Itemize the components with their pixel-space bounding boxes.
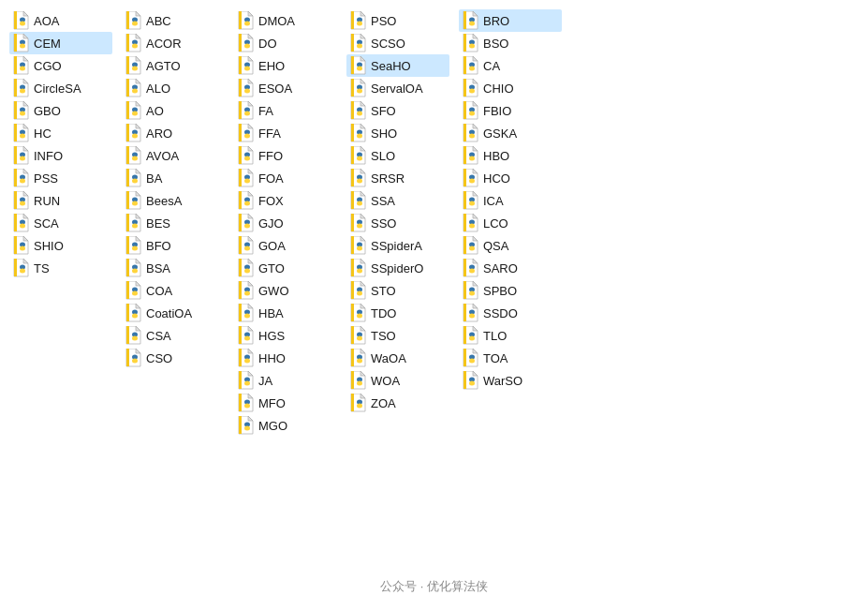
list-item[interactable]: ALO [122, 77, 225, 99]
watermark: 公众号 · 优化算法侠 [0, 576, 868, 597]
list-item[interactable]: PSO [346, 9, 449, 32]
list-item[interactable]: CircleSA [9, 77, 112, 99]
svg-rect-267 [351, 146, 354, 164]
svg-rect-177 [239, 169, 242, 186]
item-label: CSO [146, 351, 172, 365]
list-item[interactable]: TDO [346, 302, 449, 324]
list-item[interactable]: AOA [9, 9, 112, 32]
list-item[interactable]: FBIO [459, 99, 562, 122]
svg-rect-182 [239, 191, 242, 209]
svg-marker-106 [136, 214, 140, 218]
list-item[interactable]: CA [459, 54, 562, 77]
list-item[interactable]: SCA [9, 212, 112, 234]
item-label: FBIO [483, 104, 511, 118]
list-item[interactable]: HC [9, 122, 112, 144]
list-item[interactable]: DMOA [234, 9, 337, 32]
svg-point-109 [132, 224, 138, 229]
list-item[interactable]: HHO [234, 347, 337, 369]
list-item[interactable]: ABC [122, 9, 225, 32]
list-item[interactable]: GOA [234, 234, 337, 257]
svg-point-229 [244, 404, 250, 409]
list-item[interactable]: GJO [234, 212, 337, 234]
list-item[interactable]: WarSO [459, 369, 562, 392]
list-item[interactable]: SHO [346, 122, 449, 144]
list-item[interactable]: BRO [459, 9, 562, 32]
list-item[interactable]: BSA [122, 257, 225, 279]
list-item[interactable]: CHIO [459, 77, 562, 99]
list-item[interactable]: COA [122, 279, 225, 302]
list-item[interactable]: FA [234, 99, 337, 122]
list-item[interactable]: SCSO [346, 32, 449, 54]
list-item[interactable]: WaOA [346, 347, 449, 369]
list-item[interactable]: ZOA [346, 392, 449, 414]
list-item[interactable]: SLO [346, 144, 449, 167]
list-item[interactable]: TOA [459, 347, 562, 369]
svg-rect-407 [463, 371, 466, 389]
list-item[interactable]: MGO [234, 414, 337, 437]
list-item[interactable]: PSS [9, 167, 112, 189]
list-item[interactable]: HBO [459, 144, 562, 167]
list-item[interactable]: FOX [234, 189, 337, 212]
svg-point-404 [469, 359, 475, 364]
list-item[interactable]: ESOA [234, 77, 337, 99]
svg-marker-371 [473, 214, 478, 218]
list-item[interactable]: SRSR [346, 167, 449, 189]
list-item[interactable]: DO [234, 32, 337, 54]
list-item[interactable]: ServalOA [346, 77, 449, 99]
list-item[interactable]: CSA [122, 324, 225, 347]
svg-marker-146 [248, 34, 253, 38]
list-item[interactable]: BeesA [122, 189, 225, 212]
list-item[interactable]: HCO [459, 167, 562, 189]
list-item[interactable]: SSA [346, 189, 449, 212]
list-item[interactable]: CEM [9, 32, 112, 54]
list-item[interactable]: AO [122, 99, 225, 122]
list-item[interactable]: SSpiderA [346, 234, 449, 257]
list-item[interactable]: MFO [234, 392, 337, 414]
list-item[interactable]: JA [234, 369, 337, 392]
list-item[interactable]: CoatiOA [122, 302, 225, 324]
list-item[interactable]: GBO [9, 99, 112, 122]
list-item[interactable]: RUN [9, 189, 112, 212]
list-item[interactable]: ACOR [122, 32, 225, 54]
list-item[interactable]: LCO [459, 212, 562, 234]
svg-marker-281 [360, 214, 365, 218]
list-item[interactable]: GSKA [459, 122, 562, 144]
list-item[interactable]: FFO [234, 144, 337, 167]
list-item[interactable]: HBA [234, 302, 337, 324]
svg-rect-2 [14, 11, 17, 29]
list-item[interactable]: SSO [346, 212, 449, 234]
list-item[interactable]: SSpiderO [346, 257, 449, 279]
svg-rect-287 [351, 236, 354, 254]
list-item[interactable]: SARO [459, 257, 562, 279]
list-item[interactable]: WOA [346, 369, 449, 392]
list-item[interactable]: BA [122, 167, 225, 189]
list-item[interactable]: INFO [9, 144, 112, 167]
item-label: RUN [34, 194, 60, 208]
list-item[interactable]: AGTO [122, 54, 225, 77]
list-item[interactable]: SPBO [459, 279, 562, 302]
list-item[interactable]: TSO [346, 324, 449, 347]
list-item[interactable]: CGO [9, 54, 112, 77]
list-item[interactable]: HGS [234, 324, 337, 347]
list-item[interactable]: STO [346, 279, 449, 302]
list-item[interactable]: QSA [459, 234, 562, 257]
list-item[interactable]: FOA [234, 167, 337, 189]
list-item[interactable]: TS [9, 257, 112, 279]
list-item[interactable]: BFO [122, 234, 225, 257]
list-item[interactable]: BES [122, 212, 225, 234]
svg-marker-291 [360, 259, 365, 263]
list-item[interactable]: FFA [234, 122, 337, 144]
list-item[interactable]: SFO [346, 99, 449, 122]
list-item[interactable]: BSO [459, 32, 562, 54]
list-item[interactable]: TLO [459, 324, 562, 347]
list-item[interactable]: AVOA [122, 144, 225, 167]
list-item[interactable]: GTO [234, 257, 337, 279]
list-item[interactable]: ICA [459, 189, 562, 212]
list-item[interactable]: SHIO [9, 234, 112, 257]
list-item[interactable]: SeaHO [346, 54, 449, 77]
list-item[interactable]: ARO [122, 122, 225, 144]
list-item[interactable]: EHO [234, 54, 337, 77]
list-item[interactable]: CSO [122, 347, 225, 369]
list-item[interactable]: GWO [234, 279, 337, 302]
list-item[interactable]: SSDO [459, 302, 562, 324]
